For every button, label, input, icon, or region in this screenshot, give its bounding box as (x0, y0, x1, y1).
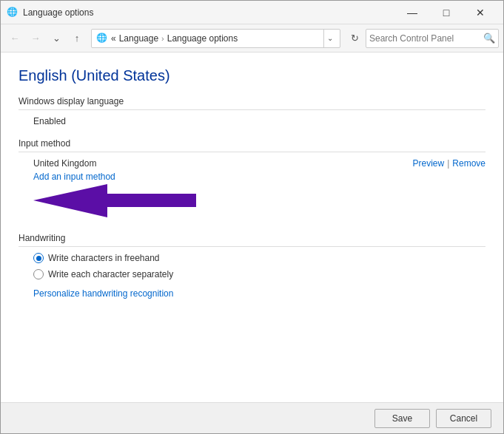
input-method-section: Input method United Kingdom Preview | Re… (19, 138, 485, 221)
radio-separate-label: Write each character separately (48, 269, 173, 279)
address-language: Language (119, 33, 158, 44)
window: 🌐 Language options — □ ✕ ← → ⌄ ↑ 🌐 « Lan… (0, 0, 504, 434)
cancel-button[interactable]: Cancel (436, 409, 491, 428)
radio-separate-circle (33, 269, 44, 279)
bottombar: Save Cancel (1, 402, 503, 433)
address-bar: 🌐 « Language › Language options ⌄ (91, 29, 340, 48)
page-title: English (United States) (19, 67, 485, 84)
divider-3 (19, 246, 485, 247)
back-button[interactable]: ← (5, 29, 24, 48)
navbar: ← → ⌄ ↑ 🌐 « Language › Language options … (1, 24, 503, 52)
radio-freehand-label: Write characters in freehand (48, 253, 160, 263)
purple-arrow-svg (33, 180, 196, 221)
window-title: Language options (23, 7, 395, 18)
window-icon: 🌐 (7, 7, 19, 18)
divider-2 (19, 152, 485, 152)
input-method-actions: Preview | Remove (413, 158, 486, 169)
personalize-link[interactable]: Personalize handwriting recognition (33, 288, 173, 299)
handwriting-header: Handwriting (19, 233, 485, 243)
windows-display-language-header: Windows display language (19, 96, 485, 106)
divider-1 (19, 109, 485, 110)
address-arrow: › (161, 34, 164, 43)
windows-display-language-section: Windows display language Enabled (19, 96, 485, 126)
address-language-options: Language options (167, 33, 238, 44)
svg-marker-0 (33, 184, 196, 217)
input-method-header: Input method (19, 138, 485, 149)
close-button[interactable]: ✕ (463, 1, 497, 24)
content-area: English (United States) Windows display … (1, 52, 503, 402)
input-method-current: United Kingdom (33, 158, 96, 169)
search-box: 🔍 (366, 29, 499, 48)
titlebar-controls: — □ ✕ (395, 1, 497, 24)
address-sep: « (111, 33, 116, 44)
radio-freehand-circle (33, 253, 44, 263)
radio-separate[interactable]: Write each character separately (33, 269, 485, 279)
handwriting-section: Handwriting Write characters in freehand… (19, 233, 485, 299)
search-icon: 🔍 (483, 33, 495, 44)
search-input[interactable] (369, 33, 483, 44)
titlebar: 🌐 Language options — □ ✕ (1, 1, 503, 24)
handwriting-radio-group: Write characters in freehand Write each … (33, 253, 485, 279)
input-method-row: United Kingdom Preview | Remove (33, 158, 485, 169)
forward-button[interactable]: → (26, 29, 45, 48)
address-dropdown-button[interactable]: ⌄ (323, 29, 335, 48)
save-button[interactable]: Save (374, 409, 430, 428)
radio-freehand[interactable]: Write characters in freehand (33, 253, 485, 263)
remove-link[interactable]: Remove (452, 158, 485, 169)
address-icon: 🌐 (96, 33, 108, 44)
preview-link[interactable]: Preview (413, 158, 445, 169)
arrow-annotation (33, 180, 485, 221)
up-button[interactable]: ↑ (67, 29, 87, 48)
refresh-button[interactable]: ↻ (345, 29, 364, 48)
windows-display-language-value: Enabled (33, 116, 485, 126)
maximize-button[interactable]: □ (429, 1, 463, 24)
action-separator: | (447, 158, 449, 169)
address-text: « Language › Language options (111, 33, 323, 44)
radio-freehand-dot (36, 256, 41, 261)
minimize-button[interactable]: — (395, 1, 429, 24)
dropdown-nav-button[interactable]: ⌄ (47, 29, 66, 48)
